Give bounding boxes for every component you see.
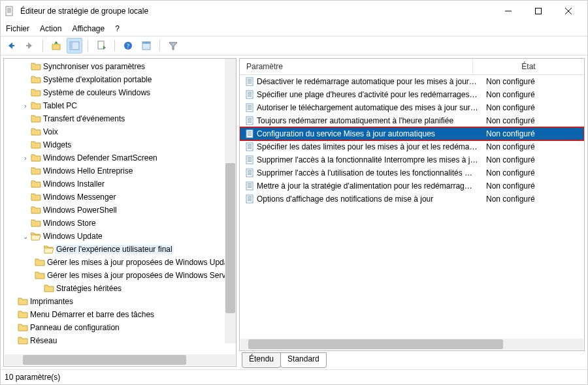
export-button[interactable] — [93, 38, 109, 54]
svg-rect-86 — [248, 173, 252, 174]
tab-extended[interactable]: Étendu — [242, 352, 281, 368]
tree-item-label: Panneau de configuration — [29, 323, 121, 332]
toolbar-separator — [42, 40, 43, 52]
tree-item[interactable]: ⌄Windows Update — [4, 230, 236, 243]
svg-rect-81 — [248, 160, 252, 161]
grid-body[interactable]: Désactiver le redémarrage automatique po… — [240, 75, 584, 339]
menu-file[interactable]: Fichier — [6, 24, 29, 33]
tree-item[interactable]: Gérer les mises à jour proposées de Wind… — [4, 269, 236, 282]
menu-help[interactable]: ? — [115, 24, 120, 33]
tree-item-label: Windows Messenger — [42, 192, 117, 202]
window-controls — [493, 1, 583, 22]
tree-item[interactable]: Synchroniser vos paramètres — [4, 60, 236, 73]
details-pane: Paramètre État Désactiver le redémarrage… — [239, 58, 585, 367]
toolbar-separator — [159, 40, 160, 52]
tree-item[interactable]: ›Tablet PC — [4, 99, 236, 112]
tree-scroll[interactable]: Synchroniser vos paramètresSystème d'exp… — [4, 59, 236, 354]
tree-horizontal-scrollbar[interactable] — [5, 354, 235, 365]
back-button[interactable] — [3, 38, 19, 54]
tree-item-label: Windows PowerShell — [42, 206, 118, 215]
setting-row[interactable]: Autoriser le téléchargement automatique … — [240, 101, 584, 114]
folder-icon — [30, 192, 42, 202]
tab-standard[interactable]: Standard — [280, 352, 327, 368]
tree-item-label: Menu Démarrer et barre des tâches — [29, 310, 155, 319]
minimize-button[interactable] — [493, 1, 523, 22]
policy-icon — [242, 103, 257, 112]
svg-rect-6 — [536, 8, 542, 14]
setting-row[interactable]: Mettre à jour la stratégie d'alimentatio… — [240, 179, 584, 192]
forward-button[interactable] — [22, 38, 37, 54]
svg-marker-29 — [31, 129, 41, 135]
svg-rect-10 — [12, 45, 14, 46]
svg-text:?: ? — [127, 42, 130, 50]
svg-marker-34 — [31, 194, 41, 200]
setting-row[interactable]: Supprimer l'accès à l'utilisation de tou… — [240, 166, 584, 179]
toolbar-separator — [88, 40, 88, 52]
tree-item[interactable]: ›Windows Defender SmartScreen — [4, 151, 236, 164]
tree-item[interactable]: Windows PowerShell — [4, 204, 236, 217]
properties-button[interactable] — [139, 38, 154, 54]
tree-item[interactable]: Système d'exploitation portable — [4, 73, 236, 86]
tree-pane: Synchroniser vos paramètresSystème d'exp… — [3, 58, 237, 367]
tree-item[interactable]: Voix — [4, 125, 236, 138]
setting-state: Non configuré — [483, 116, 584, 125]
tree-item[interactable]: Widgets — [4, 138, 236, 151]
collapse-icon[interactable]: ⌄ — [21, 233, 30, 240]
folder-icon — [30, 127, 42, 137]
up-button[interactable] — [48, 38, 64, 54]
close-button[interactable] — [553, 1, 583, 22]
svg-rect-77 — [248, 148, 252, 149]
tree-item[interactable]: Panneau de configuration — [4, 321, 236, 334]
tree-vertical-scrollbar[interactable] — [225, 59, 236, 343]
svg-marker-40 — [44, 246, 53, 248]
tree-item-label: Widgets — [42, 140, 73, 149]
setting-row[interactable]: Spécifier une plage d'heures d'activité … — [240, 88, 584, 101]
tree-item[interactable]: Windows Hello Entreprise — [4, 164, 236, 177]
svg-rect-97 — [248, 200, 252, 201]
tree-item[interactable]: Gérer l'expérience utilisateur final — [4, 243, 236, 256]
tree-item[interactable]: Menu Démarrer et barre des tâches — [4, 308, 236, 321]
grid-horizontal-scrollbar[interactable] — [240, 339, 583, 350]
tree-item[interactable]: Gérer les mises à jour proposées de Wind… — [4, 256, 236, 269]
svg-rect-87 — [248, 174, 252, 175]
svg-rect-90 — [248, 185, 252, 185]
help-button[interactable]: ? — [120, 38, 136, 54]
maximize-button[interactable] — [523, 1, 553, 22]
column-header-name[interactable]: Paramètre — [240, 59, 472, 74]
setting-row[interactable]: Configuration du service Mises à jour au… — [240, 127, 584, 140]
tree-item[interactable]: Réseau — [4, 334, 236, 347]
svg-marker-25 — [31, 76, 41, 83]
setting-name: Toujours redémarrer automatiquement à l'… — [257, 116, 483, 125]
setting-state: Non configuré — [483, 142, 584, 151]
tree-item-label: Transfert d'événements — [42, 114, 126, 123]
svg-rect-56 — [248, 95, 252, 95]
setting-row[interactable]: Spécifier les dates limites pour les mis… — [240, 140, 584, 153]
column-header-state[interactable]: État — [472, 59, 584, 74]
setting-row[interactable]: Désactiver le redémarrage automatique po… — [240, 75, 584, 88]
show-tree-button[interactable] — [67, 38, 82, 54]
svg-rect-16 — [70, 42, 73, 50]
expand-icon[interactable]: › — [21, 155, 30, 162]
tree-item-label: Système d'exploitation portable — [42, 75, 153, 84]
setting-row[interactable]: Supprimer l'accès à la fonctionnalité In… — [240, 153, 584, 166]
setting-row[interactable]: Toujours redémarrer automatiquement à l'… — [240, 114, 584, 127]
menu-view[interactable]: Affichage — [72, 24, 105, 33]
setting-name: Mettre à jour la stratégie d'alimentatio… — [257, 181, 483, 191]
setting-row[interactable]: Options d'affichage des notifications de… — [240, 192, 584, 206]
tree-item[interactable]: Transfert d'événements — [4, 112, 236, 125]
svg-rect-50 — [248, 80, 252, 81]
titlebar: Éditeur de stratégie de groupe locale — [1, 1, 587, 22]
tree-item[interactable]: Imprimantes — [4, 295, 236, 308]
tree-item[interactable]: Windows Messenger — [4, 191, 236, 204]
expand-icon[interactable]: › — [21, 102, 30, 110]
tree-item[interactable]: Windows Installer — [4, 177, 236, 191]
content-area: Synchroniser vos paramètresSystème d'exp… — [1, 55, 587, 370]
tree-item[interactable]: Stratégies héritées — [4, 282, 236, 295]
tree-item[interactable]: Système de couleurs Windows — [4, 86, 236, 99]
menu-action[interactable]: Action — [40, 24, 61, 33]
tree-item-label: Gérer les mises à jour proposées de Wind… — [46, 258, 236, 267]
svg-rect-57 — [248, 96, 252, 97]
filter-button[interactable] — [165, 38, 181, 54]
policy-icon — [242, 90, 257, 99]
tree-item[interactable]: Windows Store — [4, 217, 236, 230]
